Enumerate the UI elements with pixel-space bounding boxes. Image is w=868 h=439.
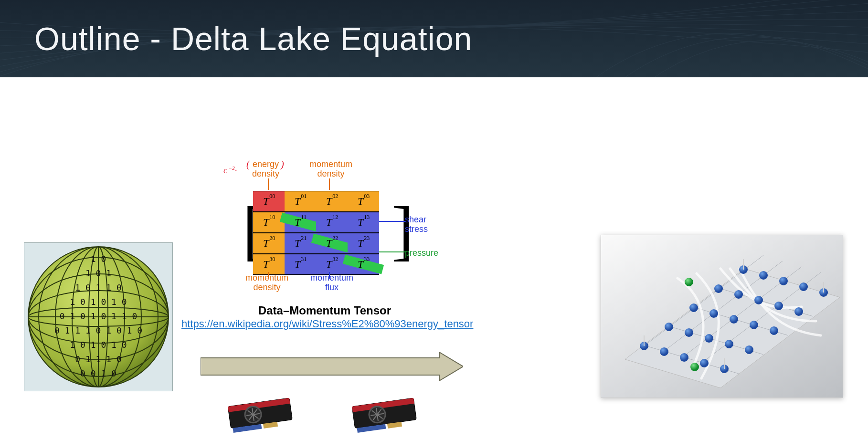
svg-point-66 (705, 334, 713, 343)
tensor-caption: Data–Momentum Tensor https://en.wikipedi… (181, 304, 468, 331)
svg-point-69 (779, 277, 788, 285)
gpu-card-icon (349, 392, 425, 435)
tensor-cell-11: T11 (285, 212, 316, 233)
svg-text:0 1 0 1 0 1 1 0: 0 1 0 1 0 1 1 0 (60, 311, 138, 321)
svg-point-61 (685, 328, 693, 337)
svg-point-62 (709, 309, 718, 318)
svg-point-63 (734, 290, 743, 299)
tensor-cell-33: T33 (348, 254, 379, 275)
label-energy-density-bottom: density (252, 169, 279, 178)
label-energy-density-top: energy (253, 159, 279, 169)
svg-point-77 (770, 326, 778, 335)
gpu-card-icon (224, 392, 301, 435)
tensor-cell-12: T12 (316, 212, 348, 233)
svg-text:0 0 1 0: 0 0 1 0 (80, 368, 116, 378)
tensor-cell-13: T13 (348, 212, 379, 233)
tensor-cell-21: T21 (285, 233, 316, 254)
svg-point-76 (745, 345, 753, 354)
tensor-cell-01: T01 (285, 191, 316, 212)
svg-text:0 1 1 1 0 1 0 1 0: 0 1 1 1 0 1 0 1 0 (54, 325, 142, 335)
svg-point-73 (774, 302, 783, 310)
label-shear-top: shear (405, 215, 426, 224)
svg-point-64 (759, 271, 768, 280)
label-momentum-density-b-top: momentum (245, 273, 288, 282)
leader-lines-right (379, 212, 408, 260)
svg-point-67 (730, 315, 738, 324)
tensor-cell-03: T03 (348, 191, 379, 212)
tensor-cell-00: T00 (253, 191, 285, 212)
tensor-cell-32: T32 (316, 254, 348, 275)
svg-point-60 (660, 347, 668, 356)
label-momentum-flux-top: momentum (310, 273, 353, 282)
svg-point-58 (714, 284, 723, 293)
label-momentum-density-t-top: momentum (309, 159, 352, 169)
svg-point-70 (700, 359, 709, 367)
tensor-cell-30: T30 (253, 254, 285, 275)
tensor-cell-23: T23 (348, 233, 379, 254)
slide-title: Outline - Delta Lake Equation (0, 0, 868, 57)
slide-body: 1 0 1 0 1 1 0 1 1 0 1 0 1 0 1 0 0 1 0 1 … (0, 77, 868, 439)
svg-point-65 (680, 353, 688, 362)
svg-point-78 (794, 307, 803, 316)
tensor-source-link[interactable]: https://en.wikipedia.org/wiki/Stress%E2%… (181, 317, 468, 331)
tensor-cell-20: T20 (253, 233, 285, 254)
tensor-matrix: T00 T01 T02 T03 T10 T11 T12 T13 T20 T21 … (253, 191, 392, 275)
svg-text:1 0: 1 0 (91, 254, 106, 264)
svg-point-68 (754, 296, 763, 304)
flow-arrow-icon (201, 352, 463, 381)
svg-text:1 0 1 0 1 0: 1 0 1 0 1 0 (70, 340, 127, 350)
label-shear-bottom: stress (405, 224, 428, 234)
lattice-flow-image (601, 235, 843, 398)
label-momentum-flux-bottom: flux (325, 282, 339, 292)
svg-point-74 (799, 282, 808, 291)
tensor-cell-22: T22 (316, 233, 348, 254)
svg-point-72 (750, 321, 758, 329)
svg-point-71 (725, 340, 733, 348)
svg-text:0 1 1 1 0: 0 1 1 1 0 (75, 354, 122, 364)
svg-point-80 (685, 278, 693, 286)
tensor-caption-title: Data–Momentum Tensor (181, 304, 468, 317)
svg-point-81 (690, 363, 699, 371)
svg-text:1 0 1 0 1 0: 1 0 1 0 1 0 (70, 297, 127, 307)
tensor-cell-31: T31 (285, 254, 316, 275)
svg-text:1 0 1 1 0: 1 0 1 1 0 (75, 282, 122, 293)
tensor-cell-02: T02 (316, 191, 348, 212)
svg-point-57 (689, 303, 698, 312)
prefactor-c: c −2· (223, 166, 237, 175)
svg-text:1 0 1: 1 0 1 (85, 268, 111, 278)
label-pressure: pressure (405, 248, 438, 258)
svg-point-56 (665, 323, 673, 331)
header-band: Outline - Delta Lake Equation (0, 0, 868, 77)
label-momentum-density-t-bottom: density (317, 169, 344, 178)
slide: Outline - Delta Lake Equation (0, 0, 868, 439)
tensor-cell-10: T10 (253, 212, 285, 233)
svg-marker-27 (201, 352, 463, 381)
binary-sphere-image: 1 0 1 0 1 1 0 1 1 0 1 0 1 0 1 0 0 1 0 1 … (24, 242, 173, 391)
label-momentum-density-b-bottom: density (253, 282, 280, 292)
